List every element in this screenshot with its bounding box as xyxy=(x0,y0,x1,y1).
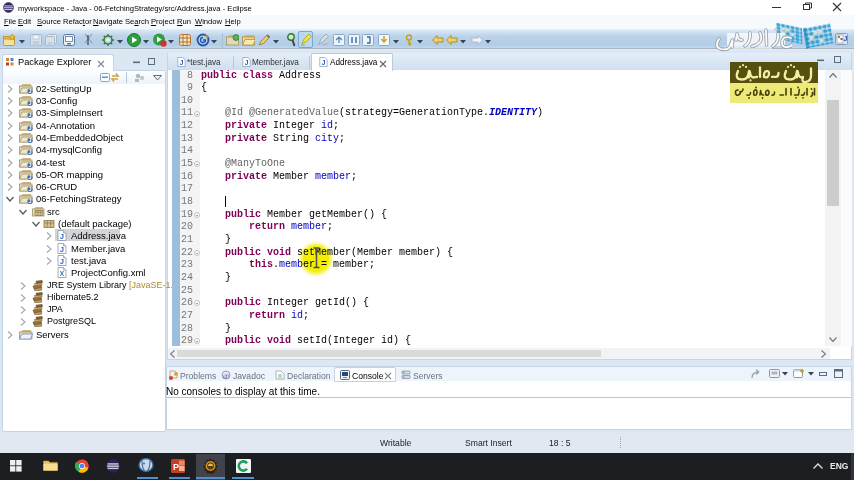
svg-text:J: J xyxy=(28,113,31,119)
svg-text:J: J xyxy=(28,186,31,192)
svg-text:J: J xyxy=(28,100,31,106)
svg-text:J: J xyxy=(28,174,31,180)
svg-text:X: X xyxy=(60,270,65,277)
svg-text:J: J xyxy=(28,137,31,143)
svg-text:J: J xyxy=(28,162,31,168)
svg-text:J: J xyxy=(844,35,848,42)
svg-text:J: J xyxy=(28,125,31,131)
svg-text:J: J xyxy=(60,258,64,265)
svg-text:J: J xyxy=(322,59,326,66)
svg-text:@: @ xyxy=(223,372,230,380)
svg-text:J: J xyxy=(180,59,184,66)
svg-text:J: J xyxy=(28,150,31,156)
svg-text:P: P xyxy=(173,462,179,472)
svg-text:J: J xyxy=(28,88,31,94)
svg-text:J: J xyxy=(28,199,31,205)
svg-text:J: J xyxy=(245,59,249,66)
svg-text:J: J xyxy=(60,233,64,240)
svg-text:J: J xyxy=(60,246,64,253)
